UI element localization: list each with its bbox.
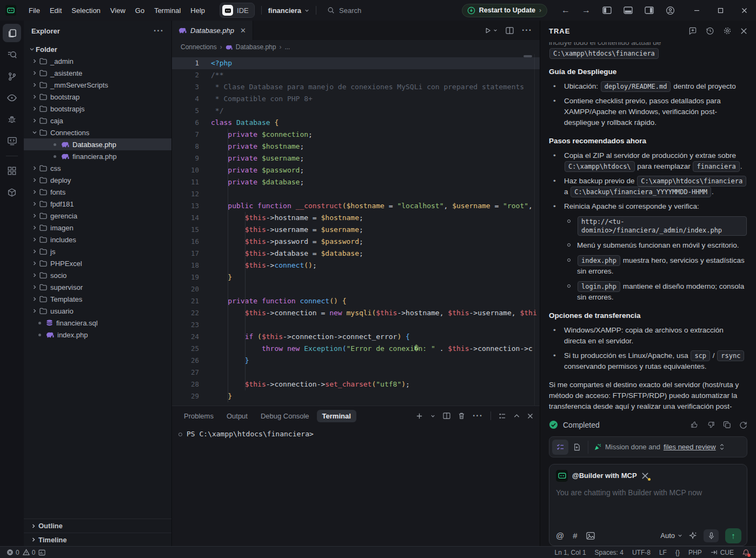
status-item-lf[interactable]: LF xyxy=(659,549,667,556)
new-chat-icon[interactable] xyxy=(688,26,697,35)
terminal-output[interactable]: PS C:\xampp\htdocs\financiera> xyxy=(172,426,540,546)
regenerate-icon[interactable] xyxy=(739,421,747,429)
panel-tab-output[interactable]: Output xyxy=(221,410,253,422)
tree-item-includes[interactable]: includes xyxy=(24,234,171,245)
maximize-panel-button[interactable] xyxy=(514,414,520,418)
tree-item-gerencia[interactable]: gerencia xyxy=(24,210,171,222)
tree-item-phpexcel[interactable]: PHPExcel xyxy=(24,257,171,269)
close-panel-button[interactable] xyxy=(527,413,533,419)
project-switcher[interactable]: financiera xyxy=(268,6,309,15)
nav-back-button[interactable]: ← xyxy=(561,5,570,15)
extensions-icon[interactable] xyxy=(3,162,21,180)
code-editor[interactable]: 1<?php2/**3 * Clase Database para manejo… xyxy=(172,54,540,406)
tree-item-bootstrap[interactable]: bootstrap xyxy=(24,91,171,103)
sort-updown-icon[interactable] xyxy=(719,443,725,450)
send-button[interactable]: ↑ xyxy=(725,528,741,543)
mode-selector[interactable]: Auto xyxy=(660,532,682,540)
tree-item-database-php[interactable]: Database.php xyxy=(24,138,171,150)
panel-tab-terminal[interactable]: Terminal xyxy=(317,410,356,422)
thumbs-down-icon[interactable] xyxy=(707,421,715,429)
terminal-layout-button[interactable] xyxy=(499,413,506,420)
panel-tab-debug-console[interactable]: Debug Console xyxy=(255,410,315,422)
window-close-button[interactable] xyxy=(732,0,756,21)
gear-icon[interactable] xyxy=(723,26,732,35)
tab-database-php[interactable]: Database.php ✕ xyxy=(172,21,253,40)
problems-errors[interactable]: 0 xyxy=(6,549,19,556)
tree-item--admin[interactable]: _admin xyxy=(24,55,171,67)
window-maximize-button[interactable] xyxy=(708,0,732,21)
editor-scrollbar[interactable] xyxy=(534,54,540,406)
assistant-message[interactable]: incluye todo el contenido actual deC:\xa… xyxy=(540,41,756,411)
status-item-php[interactable]: PHP xyxy=(688,549,702,556)
debug-icon[interactable] xyxy=(3,110,21,129)
restart-to-update-button[interactable]: Restart to Update › xyxy=(462,4,547,17)
history-icon[interactable] xyxy=(706,26,714,35)
tree-item-financiera-php[interactable]: financiera.php xyxy=(24,150,171,162)
copy-icon[interactable] xyxy=(723,421,731,429)
menu-help[interactable]: Help xyxy=(185,4,210,17)
tree-item-imagen[interactable]: imagen xyxy=(24,222,171,234)
thumbs-up-icon[interactable] xyxy=(691,421,699,429)
package-box-icon[interactable] xyxy=(3,183,21,202)
ide-mode-badge[interactable]: IDE xyxy=(220,3,255,18)
context-button[interactable]: # xyxy=(573,531,577,540)
status-item--[interactable]: {} xyxy=(675,549,680,556)
tree-item-bootstrapjs[interactable]: bootstrapjs xyxy=(24,103,171,115)
search-view-icon[interactable] xyxy=(3,45,21,64)
breadcrumb-symbol[interactable]: ... xyxy=(284,43,290,51)
tree-item--mmserverscripts[interactable]: _mmServerScripts xyxy=(24,79,171,91)
voice-input-button[interactable] xyxy=(704,529,719,542)
explorer-view-icon[interactable] xyxy=(3,24,21,42)
status-item-spaces-4[interactable]: Spaces: 4 xyxy=(595,549,624,556)
explorer-more-button[interactable]: ··· xyxy=(154,26,164,36)
run-file-button[interactable] xyxy=(485,27,498,34)
toggle-bottom-panel-button[interactable] xyxy=(624,6,633,14)
cue-indicator[interactable]: CUE xyxy=(711,549,734,556)
changed-files-button[interactable] xyxy=(568,440,585,455)
sparkle-icon[interactable] xyxy=(689,532,697,540)
menu-selection[interactable]: Selection xyxy=(67,4,105,17)
tree-item--asistente[interactable]: _asistente xyxy=(24,67,171,79)
panel-tab-problems[interactable]: Problems xyxy=(178,410,219,422)
toggle-right-sidebar-button[interactable] xyxy=(645,6,654,14)
close-panel-icon[interactable] xyxy=(740,28,747,35)
breadcrumb-folder[interactable]: Connections xyxy=(181,43,217,51)
nav-forward-button[interactable]: → xyxy=(582,5,591,15)
tab-close-icon[interactable]: ✕ xyxy=(240,26,246,35)
menu-go[interactable]: Go xyxy=(130,4,149,17)
tree-item-templates[interactable]: Templates xyxy=(24,293,171,305)
editor-more-button[interactable]: ··· xyxy=(522,25,532,35)
trash-icon[interactable] xyxy=(458,412,465,420)
ports-icon[interactable] xyxy=(38,549,45,556)
new-terminal-button[interactable] xyxy=(416,413,423,420)
breadcrumb-file[interactable]: Database.php xyxy=(236,43,276,51)
mention-button[interactable]: @ xyxy=(556,531,564,540)
toggle-left-sidebar-button[interactable] xyxy=(602,6,612,14)
split-terminal-button[interactable] xyxy=(443,413,450,419)
files-need-review-link[interactable]: files need review xyxy=(664,443,716,451)
sidebar-section-outline[interactable]: Outline xyxy=(24,519,171,533)
tree-item-socio[interactable]: socio xyxy=(24,269,171,281)
global-search[interactable]: Search xyxy=(327,6,361,15)
menu-terminal[interactable]: Terminal xyxy=(149,4,185,17)
tree-item-fpdf181[interactable]: fpdf181 xyxy=(24,198,171,210)
tree-item-connections[interactable]: Connections xyxy=(24,127,171,138)
problems-warnings[interactable]: 0 xyxy=(23,549,36,556)
menu-file[interactable]: File xyxy=(24,4,45,17)
tree-item-folder[interactable]: Folder xyxy=(24,43,171,55)
menu-edit[interactable]: Edit xyxy=(45,4,67,17)
tree-item-fonts[interactable]: fonts xyxy=(24,186,171,198)
tree-item-index-php[interactable]: index.php xyxy=(24,329,171,341)
account-icon[interactable] xyxy=(666,6,675,15)
tree-item-deploy[interactable]: deploy xyxy=(24,174,171,186)
watcher-eye-icon[interactable] xyxy=(3,89,21,107)
tree-item-usuario[interactable]: usuario xyxy=(24,305,171,317)
chevron-down-icon[interactable] xyxy=(430,414,435,418)
sidebar-section-timeline[interactable]: Timeline xyxy=(24,533,171,546)
tree-item-caja[interactable]: caja xyxy=(24,115,171,127)
menu-view[interactable]: View xyxy=(105,4,130,17)
editor-scrollbar-handle[interactable] xyxy=(523,55,532,57)
status-item-utf-8[interactable]: UTF-8 xyxy=(632,549,651,556)
status-item-ln-1-col-1[interactable]: Ln 1, Col 1 xyxy=(555,549,586,556)
tree-item-js[interactable]: js xyxy=(24,245,171,257)
